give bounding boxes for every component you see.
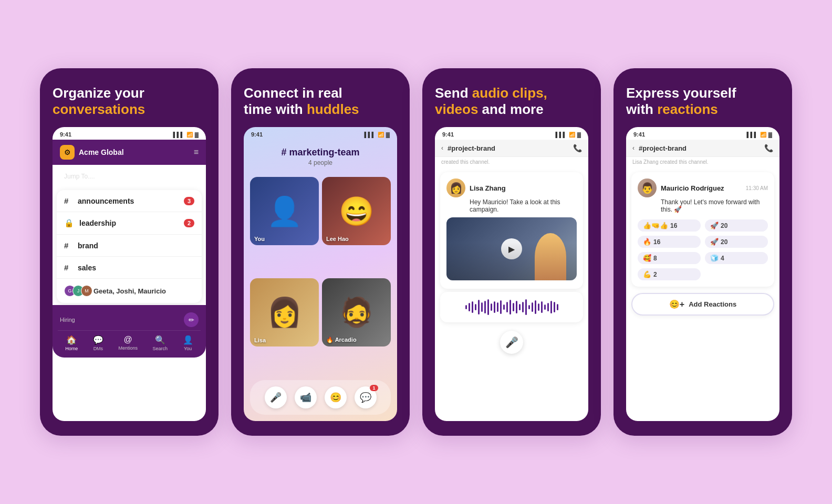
wave-bar [472,301,473,313]
video-person-figure [535,233,566,280]
reaction-love[interactable]: 🥰 8 [638,252,701,264]
search-placeholder: Jump To.... [64,173,95,180]
card1-status-icons: ▌▌▌ 📶 ▓ [173,132,199,138]
nav-home[interactable]: 🏠 Home [65,335,78,351]
battery-icon2: ▓ [386,132,390,138]
lisa-label: Lisa [254,337,266,343]
lisa-zhang-ref: Lisa Zhang [632,159,660,165]
mauricio-avatar: 👨 [638,178,657,197]
nav-search[interactable]: 🔍 Search [153,335,168,351]
channels-list: # announcements 3 🔒 leadership 2 # brand… [57,190,202,303]
card3-sender-name: Lisa Zhang [470,184,506,192]
signal-icon4: ▌▌▌ [746,132,757,138]
huddle-person-you: 👤 You [250,177,319,245]
wave-bar [547,303,549,311]
rocket-emoji1: 🚀 [710,222,719,229]
created-text3: created this channel. [441,159,490,165]
emoji-icon: 😊 [330,392,341,403]
audio-waveform [440,292,583,322]
card4-title-accent: reactions [657,101,718,117]
thumbsup-count: 16 [670,222,677,229]
battery-icon3: ▓ [577,132,581,138]
card-media: Send audio clips,videos and more 9:41 ▌▌… [422,68,601,436]
card4-status-bar: 9:41 ▌▌▌ 📶 ▓ [626,127,779,140]
chat-button[interactable]: 💬 1 [355,386,377,408]
lisa-zhang-avatar: 👩 [446,178,465,197]
reaction-ice[interactable]: 🧊 4 [705,252,768,264]
wave-bar [528,305,530,309]
signal-icon3: ▌▌▌ [555,132,566,138]
created-text4: created this channel. [660,159,708,165]
video-button[interactable]: 📹 [295,386,317,408]
card3-channel[interactable]: #project-brand [448,144,495,152]
card3-screen: 9:41 ▌▌▌ 📶 ▓ ‹ #project-brand 📞 created … [435,127,588,421]
card3-title: Send audio clips,videos and more [435,85,588,118]
video-icon: 📹 [300,392,311,403]
card4-channel[interactable]: #project-brand [639,144,687,152]
card1-title-line1: Organize your [53,85,144,101]
channel-name-announcements: announcements [78,197,179,205]
channel-leadership[interactable]: 🔒 leadership 2 [57,212,202,235]
wifi-icon3: 📶 [569,132,575,138]
nav-mentions[interactable]: @ Mentions [118,335,138,351]
mic-button[interactable]: 🎤 [265,386,287,408]
nav-you-label: You [184,346,192,351]
reaction-thumbsup[interactable]: 👍🤜👍 16 [638,219,701,232]
channel-announcements[interactable]: # announcements 3 [57,190,202,212]
emoji-button[interactable]: 😊 [325,386,347,408]
back-icon4[interactable]: ‹ [632,144,635,152]
muscle-emoji: 💪 [643,270,651,278]
channel-name-leadership: leadership [79,219,179,227]
thumbsup-emoji: 👍🤜👍 [643,222,668,229]
call-icon4[interactable]: 📞 [764,144,773,152]
filter-icon[interactable]: ≡ [194,148,199,157]
reaction-muscle[interactable]: 💪 2 [638,268,701,280]
fire-emoji: 🔥 [643,238,651,246]
card4-title: Express yourselfwith reactions [626,85,779,118]
channel-brand[interactable]: # brand [57,235,202,257]
card2-channel-name: # marketing-team [249,147,392,158]
reaction-rocket1[interactable]: 🚀 20 [705,219,768,232]
wave-bar [481,302,483,312]
card-reactions: Express yourselfwith reactions 9:41 ▌▌▌ … [613,68,792,436]
reaction-rocket2[interactable]: 🚀 20 [705,236,768,248]
search-nav-icon: 🔍 [155,335,165,345]
channel-sales[interactable]: # sales [57,257,202,279]
add-reactions-button[interactable]: 😊+ Add Reactions [631,293,774,316]
mic-record-button[interactable]: 🎤 [500,331,523,354]
card4-created: Lisa Zhang created this channel. [626,157,779,167]
back-icon3[interactable]: ‹ [441,144,443,152]
wave-bar [557,304,558,310]
wave-bar [525,299,527,315]
add-reaction-icon: 😊+ [669,299,684,309]
card-huddles: Connect in realtime with huddles 9:41 ▌▌… [231,68,410,436]
compose-button[interactable]: ✏ [184,312,199,327]
nav-you[interactable]: 👤 You [183,335,193,351]
rocket-count1: 20 [721,222,727,229]
channel-name-brand: brand [78,242,194,250]
leehao-label: Lee Hao [326,236,349,242]
wave-bar [538,303,539,311]
signal-icon: ▌▌▌ [173,132,184,138]
card4-screen: 9:41 ▌▌▌ 📶 ▓ ‹ #project-brand 📞 Lisa Zha… [626,127,779,421]
rocket-emoji2: 🚀 [710,238,719,246]
dm-item[interactable]: G J M Geeta, Joshi, Mauricio [57,279,202,303]
huddle-person-lisa: 👩 Lisa [250,278,319,346]
card3-top-bar: ‹ #project-brand 📞 [435,140,588,157]
wifi-icon2: 📶 [378,132,384,138]
wave-bar [506,302,508,312]
wave-bar [494,301,495,313]
love-emoji: 🥰 [643,254,651,262]
badge-announcements: 3 [184,197,194,205]
reaction-fire[interactable]: 🔥 16 [638,236,701,248]
card1-search[interactable]: Jump To.... [58,169,201,184]
video-thumbnail[interactable]: ▶ [446,217,577,280]
card2-screen: 9:41 ▌▌▌ 📶 ▓ # marketing-team 4 people 👤… [244,127,397,421]
huddle-person-leehao: 😄 Lee Hao [322,177,391,245]
dm-icon: 💬 [93,335,103,345]
card3-status-icons: ▌▌▌ 📶 ▓ [555,132,581,138]
bottom-nav: 🏠 Home 💬 DMs @ Mentions 🔍 Search [58,330,201,353]
call-icon3[interactable]: 📞 [573,144,582,152]
nav-dms[interactable]: 💬 DMs [93,335,103,351]
wave-bar [475,304,476,310]
